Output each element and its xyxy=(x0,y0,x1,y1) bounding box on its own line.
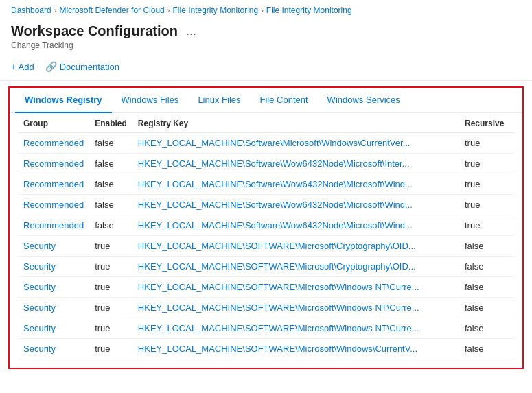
table-row: SecuritytrueHKEY_LOCAL_MACHINE\SOFTWARE\… xyxy=(18,257,514,277)
cell-recursive: false xyxy=(459,298,514,318)
cell-enabled: true xyxy=(89,298,132,318)
cell-enabled: false xyxy=(89,174,132,195)
table-row: SecuritytrueHKEY_LOCAL_MACHINE\SOFTWARE\… xyxy=(18,298,514,318)
cell-key: HKEY_LOCAL_MACHINE\SOFTWARE\Microsoft\Cr… xyxy=(132,257,459,277)
cell-group: Security xyxy=(18,298,89,318)
cell-key: HKEY_LOCAL_MACHINE\Software\Wow6432Node\… xyxy=(132,154,459,174)
cell-enabled: true xyxy=(89,339,132,359)
table-row: SecuritytrueHKEY_LOCAL_MACHINE\SOFTWARE\… xyxy=(18,318,514,339)
cell-enabled: true xyxy=(89,257,132,277)
link-icon: 🔗 xyxy=(45,61,57,72)
registry-table: Group Enabled Registry Key Recursive Rec… xyxy=(18,113,514,359)
page-title-text: Workspace Configuration xyxy=(11,23,178,39)
tab-windows-files[interactable]: Windows Files xyxy=(112,88,189,113)
cell-recursive: false xyxy=(459,257,514,277)
cell-enabled: true xyxy=(89,277,132,298)
cell-enabled: true xyxy=(89,236,132,257)
col-header-enabled: Enabled xyxy=(89,113,132,133)
documentation-label: Documentation xyxy=(60,62,119,72)
add-button[interactable]: + Add xyxy=(11,59,34,75)
cell-key: HKEY_LOCAL_MACHINE\SOFTWARE\Microsoft\Wi… xyxy=(132,277,459,298)
cell-key: HKEY_LOCAL_MACHINE\SOFTWARE\Microsoft\Wi… xyxy=(132,318,459,339)
cell-recursive: false xyxy=(459,318,514,339)
cell-enabled: false xyxy=(89,215,132,236)
table-container: Group Enabled Registry Key Recursive Rec… xyxy=(10,113,522,368)
documentation-button[interactable]: 🔗 Documentation xyxy=(45,58,119,75)
cell-group: Security xyxy=(18,277,89,298)
cell-group: Recommended xyxy=(18,215,89,236)
breadcrumb: Dashboard › Microsoft Defender for Cloud… xyxy=(0,0,532,21)
toolbar: + Add 🔗 Documentation xyxy=(0,53,532,80)
cell-enabled: false xyxy=(89,154,132,174)
cell-group: Recommended xyxy=(18,154,89,174)
tab-linux-files[interactable]: Linux Files xyxy=(188,88,250,113)
cell-group: Recommended xyxy=(18,133,89,154)
breadcrumb-dashboard[interactable]: Dashboard xyxy=(11,5,51,15)
cell-recursive: true xyxy=(459,215,514,236)
page-header: Workspace Configuration ... Change Track… xyxy=(0,21,532,53)
breadcrumb-sep-3: › xyxy=(261,6,264,14)
tabs-container: Windows Registry Windows Files Linux Fil… xyxy=(8,86,524,369)
toolbar-divider xyxy=(0,80,532,81)
table-row: SecuritytrueHKEY_LOCAL_MACHINE\SOFTWARE\… xyxy=(18,236,514,257)
tab-windows-services[interactable]: Windows Services xyxy=(318,88,410,113)
table-row: RecommendedfalseHKEY_LOCAL_MACHINE\Softw… xyxy=(18,133,514,154)
cell-enabled: false xyxy=(89,195,132,215)
cell-recursive: false xyxy=(459,339,514,359)
breadcrumb-defender[interactable]: Microsoft Defender for Cloud xyxy=(59,5,164,15)
table-row: RecommendedfalseHKEY_LOCAL_MACHINE\Softw… xyxy=(18,195,514,215)
breadcrumb-sep-2: › xyxy=(167,6,170,14)
cell-group: Security xyxy=(18,236,89,257)
cell-key: HKEY_LOCAL_MACHINE\Software\Microsoft\Wi… xyxy=(132,133,459,154)
cell-recursive: true xyxy=(459,133,514,154)
table-row: RecommendedfalseHKEY_LOCAL_MACHINE\Softw… xyxy=(18,215,514,236)
col-header-key: Registry Key xyxy=(132,113,459,133)
tab-file-content[interactable]: File Content xyxy=(251,88,318,113)
cell-group: Security xyxy=(18,339,89,359)
cell-recursive: false xyxy=(459,277,514,298)
cell-group: Security xyxy=(18,318,89,339)
cell-key: HKEY_LOCAL_MACHINE\Software\Wow6432Node\… xyxy=(132,215,459,236)
cell-recursive: true xyxy=(459,154,514,174)
table-row: SecuritytrueHKEY_LOCAL_MACHINE\SOFTWARE\… xyxy=(18,339,514,359)
tab-windows-registry[interactable]: Windows Registry xyxy=(15,88,112,113)
ellipsis-button[interactable]: ... xyxy=(183,24,199,38)
cell-key: HKEY_LOCAL_MACHINE\SOFTWARE\Microsoft\Wi… xyxy=(132,298,459,318)
add-label: + Add xyxy=(11,62,34,72)
col-header-group: Group xyxy=(18,113,89,133)
table-row: RecommendedfalseHKEY_LOCAL_MACHINE\Softw… xyxy=(18,174,514,195)
cell-group: Security xyxy=(18,257,89,277)
cell-key: HKEY_LOCAL_MACHINE\Software\Wow6432Node\… xyxy=(132,195,459,215)
breadcrumb-fim-2[interactable]: File Integrity Monitoring xyxy=(266,5,352,15)
cell-key: HKEY_LOCAL_MACHINE\SOFTWARE\Microsoft\Wi… xyxy=(132,339,459,359)
cell-enabled: false xyxy=(89,133,132,154)
tabs-bar: Windows Registry Windows Files Linux Fil… xyxy=(10,88,522,113)
table-row: SecuritytrueHKEY_LOCAL_MACHINE\SOFTWARE\… xyxy=(18,277,514,298)
col-header-recursive: Recursive xyxy=(459,113,514,133)
cell-group: Recommended xyxy=(18,195,89,215)
cell-enabled: true xyxy=(89,318,132,339)
breadcrumb-fim-1[interactable]: File Integrity Monitoring xyxy=(172,5,258,15)
cell-recursive: false xyxy=(459,236,514,257)
breadcrumb-sep-1: › xyxy=(54,6,57,14)
page-subtitle: Change Tracking xyxy=(11,40,521,50)
cell-recursive: true xyxy=(459,174,514,195)
cell-recursive: true xyxy=(459,195,514,215)
cell-key: HKEY_LOCAL_MACHINE\Software\Wow6432Node\… xyxy=(132,174,459,195)
cell-key: HKEY_LOCAL_MACHINE\SOFTWARE\Microsoft\Cr… xyxy=(132,236,459,257)
cell-group: Recommended xyxy=(18,174,89,195)
table-row: RecommendedfalseHKEY_LOCAL_MACHINE\Softw… xyxy=(18,154,514,174)
